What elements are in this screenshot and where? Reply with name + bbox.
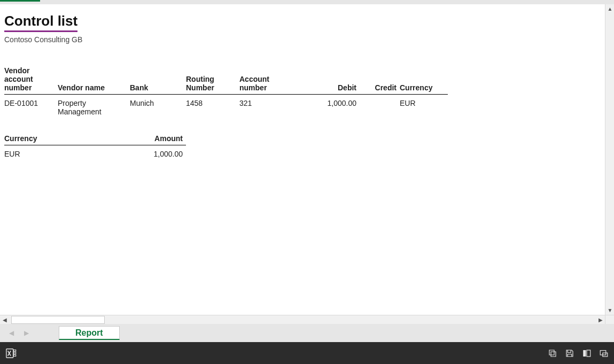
top-accent bbox=[0, 0, 40, 2]
col-vendor-account: Vendor account number bbox=[4, 65, 58, 95]
col-credit: Credit bbox=[360, 65, 400, 95]
status-bar bbox=[0, 342, 614, 364]
table-row: EUR 1,000.00 bbox=[4, 145, 186, 161]
refresh-icon[interactable] bbox=[548, 348, 557, 358]
summary-table: Currency Amount EUR 1,000.00 bbox=[4, 133, 186, 160]
top-accent-bar bbox=[0, 0, 614, 4]
vendors-header-row: Vendor account number Vendor name Bank R… bbox=[4, 65, 448, 95]
svg-rect-4 bbox=[583, 350, 586, 357]
scroll-up-button[interactable]: ▲ bbox=[605, 4, 614, 13]
scroll-left-button[interactable]: ◀ bbox=[0, 315, 9, 324]
tab-label: Report bbox=[75, 328, 103, 338]
svg-rect-1 bbox=[13, 350, 16, 351]
svg-rect-2 bbox=[13, 352, 16, 354]
vertical-scrollbar[interactable]: ▲ ▼ bbox=[605, 4, 614, 315]
col-vendor-name: Vendor name bbox=[58, 65, 130, 95]
col-debit: Debit bbox=[301, 65, 360, 95]
cell-currency: EUR bbox=[400, 95, 448, 119]
fullscreen-icon[interactable] bbox=[599, 348, 609, 358]
summary-header-row: Currency Amount bbox=[4, 133, 186, 145]
save-icon[interactable] bbox=[565, 348, 574, 358]
scroll-right-button[interactable]: ▶ bbox=[596, 315, 605, 324]
page-title: Control list bbox=[4, 13, 77, 32]
excel-icon bbox=[5, 347, 17, 359]
cell-account: 321 bbox=[239, 95, 301, 119]
scroll-down-button[interactable]: ▼ bbox=[605, 306, 614, 315]
scol-amount: Amount bbox=[138, 133, 186, 145]
col-bank: Bank bbox=[130, 65, 186, 95]
col-routing: Routing Number bbox=[186, 65, 239, 95]
cell-routing: 1458 bbox=[186, 95, 239, 119]
tab-next-icon[interactable]: ▶ bbox=[22, 329, 30, 337]
scroll-thumb[interactable] bbox=[11, 316, 105, 324]
cell-debit: 1,000.00 bbox=[301, 95, 360, 119]
report-page: Control list Contoso Consulting GB Vendo… bbox=[0, 4, 605, 315]
scroll-corner bbox=[605, 315, 614, 324]
tab-report[interactable]: Report bbox=[59, 326, 120, 340]
scell-currency: EUR bbox=[4, 145, 138, 161]
col-currency: Currency bbox=[400, 65, 448, 95]
document-area: Control list Contoso Consulting GB Vendo… bbox=[0, 4, 614, 324]
table-row: DE-01001 Property Management Munich 1458… bbox=[4, 95, 448, 119]
cell-bank: Munich bbox=[130, 95, 186, 119]
svg-rect-3 bbox=[13, 354, 16, 356]
col-account: Account number bbox=[239, 65, 301, 95]
horizontal-scrollbar[interactable]: ◀ ▶ bbox=[0, 315, 605, 324]
company-name: Contoso Consulting GB bbox=[4, 35, 601, 44]
reading-view-icon[interactable] bbox=[582, 348, 592, 358]
svg-rect-5 bbox=[587, 350, 590, 357]
tab-prev-icon[interactable]: ◀ bbox=[7, 329, 15, 337]
cell-vendor-name: Property Management bbox=[58, 95, 130, 119]
cell-vendor-account: DE-01001 bbox=[4, 95, 58, 119]
cell-credit bbox=[360, 95, 400, 119]
scol-currency: Currency bbox=[4, 133, 138, 145]
scell-amount: 1,000.00 bbox=[138, 145, 186, 161]
vendors-table: Vendor account number Vendor name Bank R… bbox=[4, 65, 448, 118]
sheet-tab-strip: ◀ ▶ Report bbox=[0, 324, 614, 342]
